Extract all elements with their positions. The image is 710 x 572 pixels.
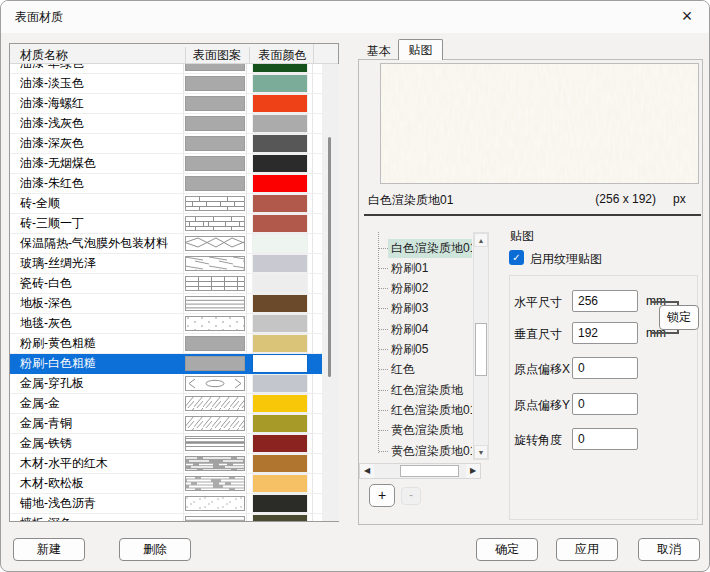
enable-texture-checkbox[interactable]: ✓ <box>509 250 524 265</box>
cancel-button[interactable]: 取消 <box>638 538 700 561</box>
material-list-scrollbar[interactable] <box>322 64 339 521</box>
material-row[interactable]: 地板-深色 <box>10 294 322 314</box>
material-name: 油漆-深灰色 <box>10 134 184 153</box>
ok-button[interactable]: 确定 <box>476 538 538 561</box>
material-row[interactable]: 金属-穿孔板 <box>10 374 322 394</box>
tree-item[interactable]: 粉刷05 <box>359 340 431 359</box>
color-swatch-cell <box>247 354 313 373</box>
tree-item[interactable]: 粉刷04 <box>359 320 431 339</box>
tab-map[interactable]: 贴图 <box>398 39 443 60</box>
material-row[interactable]: 粉刷-白色粗糙 <box>10 354 322 374</box>
origin-offset-x-input[interactable] <box>572 357 638 379</box>
tree-horizontal-scrollbar[interactable]: ◀ ▶ <box>359 463 481 479</box>
material-row[interactable]: 墙板-深色 <box>10 514 322 521</box>
tree-item[interactable]: 黄色渲染质地 <box>359 421 466 440</box>
color-swatch <box>253 515 307 521</box>
material-row[interactable]: 金属-金 <box>10 394 322 414</box>
material-name: 油漆-淡玉色 <box>10 74 184 93</box>
pattern-swatch <box>184 134 247 153</box>
tree-item[interactable]: 粉刷02 <box>359 279 431 298</box>
tree-item-label: 粉刷02 <box>388 279 431 298</box>
tree-scrollbar-thumb[interactable] <box>475 323 487 376</box>
material-row[interactable]: 地毯-灰色 <box>10 314 322 334</box>
material-row[interactable]: 玻璃-丝绸光泽 <box>10 254 322 274</box>
material-row[interactable]: 油漆-朱红色 <box>10 174 322 194</box>
color-swatch-cell <box>247 154 313 173</box>
color-swatch <box>253 64 307 72</box>
material-row[interactable]: 油漆-草绿色 <box>10 64 322 74</box>
rotation-angle-input[interactable] <box>572 428 638 450</box>
tree-item[interactable]: 粉刷03 <box>359 299 431 318</box>
tree-item-label: 粉刷04 <box>388 320 431 339</box>
material-row[interactable]: 油漆-深灰色 <box>10 134 322 154</box>
title-bar: 表面材质 × <box>1 1 709 33</box>
material-name: 木材-水平的红木 <box>10 454 184 473</box>
material-row[interactable]: 保温隔热-气泡膜外包装材料 <box>10 234 322 254</box>
color-swatch-cell <box>247 314 313 333</box>
add-texture-button[interactable]: + <box>369 484 395 507</box>
scroll-right-icon[interactable]: ▶ <box>466 464 480 478</box>
scrollbar-thumb[interactable] <box>328 137 331 377</box>
tab-basic[interactable]: 基本 <box>360 42 398 60</box>
tree-item[interactable]: 白色渲染质地01 <box>359 239 472 258</box>
new-button[interactable]: 新建 <box>13 538 85 561</box>
tree-branch-line <box>379 430 388 431</box>
color-swatch <box>253 115 307 132</box>
material-row[interactable]: 瓷砖-白色 <box>10 274 322 294</box>
lock-aspect-button[interactable]: 锁定 <box>659 305 699 330</box>
tree-hscrollbar-thumb[interactable] <box>400 465 459 477</box>
material-row[interactable]: 木材-水平的红木 <box>10 454 322 474</box>
close-icon[interactable]: × <box>675 4 699 28</box>
color-swatch <box>253 135 307 152</box>
tree-item[interactable]: 黄色渲染质地01 <box>359 442 472 461</box>
tree-item[interactable]: 红色渲染质地 <box>359 381 466 400</box>
color-swatch-cell <box>247 294 313 313</box>
material-row[interactable]: 油漆-浅灰色 <box>10 114 322 134</box>
color-swatch <box>253 475 307 492</box>
material-row[interactable]: 砖-三顺一丁 <box>10 214 322 234</box>
material-row[interactable]: 粉刷-黄色粗糙 <box>10 334 322 354</box>
tree-branch-line <box>379 268 388 269</box>
color-swatch <box>253 235 307 252</box>
material-row[interactable]: 油漆-淡玉色 <box>10 74 322 94</box>
color-swatch <box>253 335 307 352</box>
scroll-up-icon[interactable]: ▲ <box>474 233 488 247</box>
color-swatch <box>253 415 307 432</box>
apply-button[interactable]: 应用 <box>556 538 618 561</box>
tree-item-label: 黄色渲染质地 <box>388 421 466 440</box>
tree-branch-line <box>379 349 388 350</box>
material-row[interactable]: 铺地-浅色沥青 <box>10 494 322 514</box>
tree-item-label: 粉刷05 <box>388 340 431 359</box>
color-swatch-cell <box>247 514 313 521</box>
material-row[interactable]: 砖-全顺 <box>10 194 322 214</box>
color-swatch <box>253 255 307 272</box>
material-name: 粉刷-白色粗糙 <box>10 354 184 373</box>
origin-offset-x-label: 原点偏移X <box>514 361 570 378</box>
color-swatch <box>253 175 307 192</box>
pattern-swatch <box>184 454 247 473</box>
vertical-size-input[interactable] <box>572 322 638 344</box>
origin-offset-y-input[interactable] <box>572 393 638 415</box>
tree-item[interactable]: 红色渲染质地01 <box>359 401 472 420</box>
texture-size-unit: px <box>673 192 686 206</box>
material-row[interactable]: 油漆-无烟煤色 <box>10 154 322 174</box>
scroll-down-icon[interactable]: ▼ <box>474 445 488 459</box>
color-swatch <box>253 375 307 392</box>
horizontal-size-input[interactable] <box>572 290 638 312</box>
color-swatch-cell <box>247 74 313 93</box>
color-swatch-cell <box>247 94 313 113</box>
scroll-left-icon[interactable]: ◀ <box>360 464 374 478</box>
material-row[interactable]: 金属-铁锈 <box>10 434 322 454</box>
tree-item[interactable]: 粉刷01 <box>359 259 431 278</box>
tree-branch-line <box>379 329 388 330</box>
tree-item[interactable]: 红色 <box>359 360 418 379</box>
material-row[interactable]: 油漆-海螺红 <box>10 94 322 114</box>
tree-item-label: 黄色渲染质地01 <box>388 442 472 461</box>
material-row[interactable]: 木材-欧松板 <box>10 474 322 494</box>
delete-button[interactable]: 删除 <box>119 538 191 561</box>
remove-texture-button[interactable]: - <box>401 487 421 505</box>
material-row[interactable]: 金属-青铜 <box>10 414 322 434</box>
color-swatch <box>253 315 307 332</box>
material-name: 粉刷-黄色粗糙 <box>10 334 184 353</box>
tree-vertical-scrollbar[interactable]: ▲ ▼ <box>473 232 489 460</box>
